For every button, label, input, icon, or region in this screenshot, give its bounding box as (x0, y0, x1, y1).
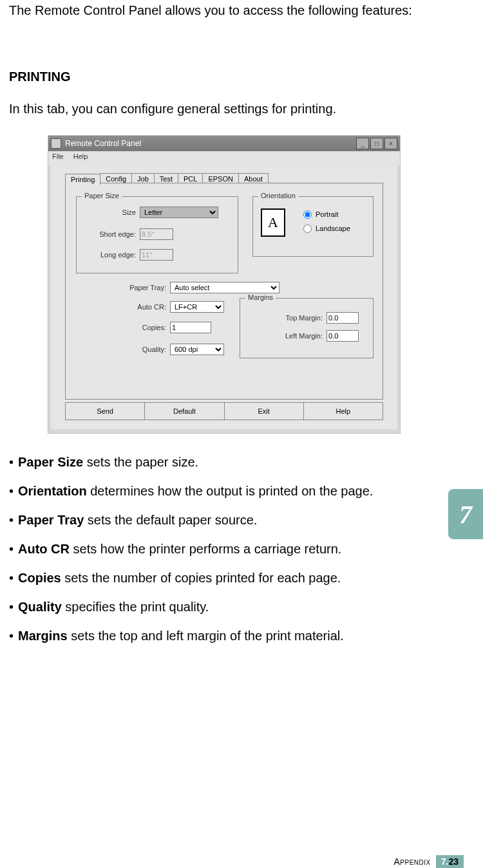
button-row: Send Default Exit Help (65, 402, 383, 420)
bullet-auto-cr: •Auto CR sets how the printer performs a… (9, 541, 408, 557)
radio-landscape[interactable]: Landscape (303, 223, 350, 234)
intro-text: The Remote Control Panel allows you to a… (9, 3, 415, 18)
chapter-tab: 7 (448, 489, 483, 539)
label-copies: Copies: (99, 324, 166, 331)
orientation-preview-icon: A (261, 208, 285, 237)
app-icon (51, 138, 61, 149)
send-button[interactable]: Send (66, 403, 145, 420)
maximize-button[interactable]: □ (370, 138, 383, 149)
bullet-list: •Paper Size sets the paper size. •Orient… (9, 454, 408, 657)
heading-printing: PRINTING (9, 69, 71, 84)
label-auto-cr: Auto CR: (99, 303, 166, 311)
bullet-copies: •Copies sets the number of copies printe… (9, 570, 408, 586)
select-quality[interactable]: 600 dpi (170, 344, 224, 355)
minimize-button[interactable]: _ (356, 138, 369, 149)
label-short-edge: Short edge: (82, 230, 136, 238)
exit-button[interactable]: Exit (225, 403, 304, 420)
label-quality: Quality: (99, 346, 166, 353)
printing-subintro: In this tab, you can configure general s… (9, 102, 421, 116)
legend-margins: Margins (245, 293, 276, 301)
label-size: Size (82, 208, 136, 216)
close-button[interactable]: × (384, 138, 397, 149)
menu-help[interactable]: Help (73, 152, 88, 160)
input-copies[interactable] (170, 322, 211, 333)
select-paper-size[interactable]: Letter (140, 207, 218, 218)
menu-file[interactable]: File (52, 152, 64, 160)
label-paper-tray: Paper Tray: (112, 284, 166, 291)
bullet-orientation: •Orientation determines how the output i… (9, 483, 408, 499)
radio-portrait-input[interactable] (303, 210, 312, 219)
legend-paper-size: Paper Size (82, 192, 122, 199)
footer-appendix: Appendix (393, 856, 430, 867)
menubar: File Help (48, 151, 400, 165)
screenshot-remote-control-panel: Remote Control Panel _ □ × File Help Pri… (48, 135, 401, 434)
bullet-paper-tray: •Paper Tray sets the default paper sourc… (9, 512, 408, 528)
bullet-quality: •Quality specifies the print quality. (9, 599, 408, 615)
radio-portrait[interactable]: Portrait (303, 208, 338, 220)
footer-page-number: 7.23 (436, 855, 464, 868)
group-paper-size: Paper Size Size Letter Short edge: Long … (76, 196, 238, 273)
tab-printing[interactable]: Printing (65, 174, 100, 185)
bullet-paper-size: •Paper Size sets the paper size. (9, 454, 408, 470)
label-portrait: Portrait (316, 210, 338, 218)
label-landscape: Landscape (316, 225, 350, 232)
input-top-margin[interactable] (327, 312, 359, 324)
select-paper-tray[interactable]: Auto select (170, 282, 279, 293)
label-long-edge: Long edge: (82, 251, 136, 259)
window-title: Remote Control Panel (65, 139, 141, 148)
page-footer: Appendix 7.23 (393, 855, 464, 868)
label-top-margin: Top Margin: (245, 314, 323, 322)
bullet-margins: •Margins sets the top and left margin of… (9, 628, 408, 644)
group-orientation: Orientation A Portrait Landscape (252, 196, 374, 257)
select-auto-cr[interactable]: LF+CR (170, 301, 224, 313)
input-long-edge (140, 249, 173, 261)
label-left-margin: Left Margin: (245, 332, 323, 340)
input-left-margin[interactable] (327, 330, 359, 342)
radio-landscape-input[interactable] (303, 225, 312, 233)
group-margins: Margins Top Margin: Left Margin: (240, 298, 374, 358)
legend-orientation: Orientation (258, 192, 298, 199)
tab-body: Paper Size Size Letter Short edge: Long … (65, 183, 383, 400)
window-titlebar: Remote Control Panel _ □ × (48, 136, 400, 151)
default-button[interactable]: Default (145, 403, 224, 420)
help-button[interactable]: Help (304, 403, 383, 420)
input-short-edge (140, 228, 173, 240)
